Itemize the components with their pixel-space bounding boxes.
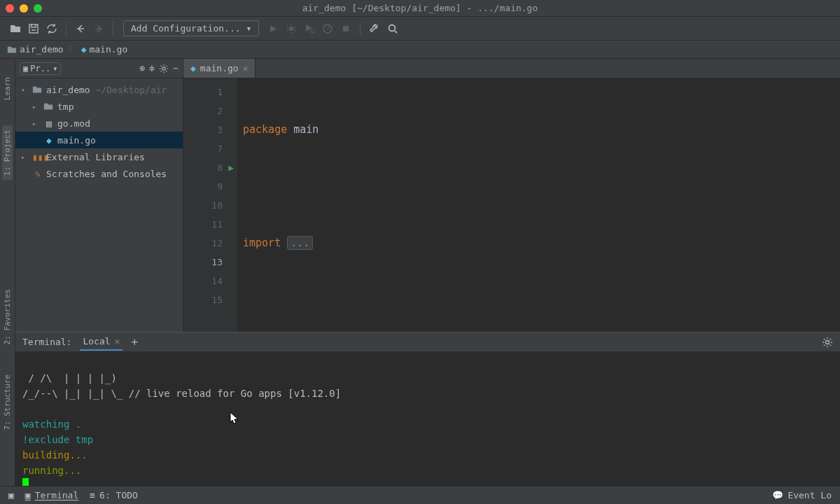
terminal-label: Terminal: <box>22 337 71 347</box>
svg-point-7 <box>826 340 830 344</box>
forward-icon[interactable] <box>90 20 107 37</box>
terminal-icon: ▣ <box>25 490 31 500</box>
event-log-icon: 💬 <box>772 490 783 500</box>
svg-point-5 <box>389 24 396 31</box>
tool-tab-favorites[interactable]: 2: Favorites <box>2 285 13 349</box>
go-file-icon: ◆ <box>190 63 196 74</box>
folder-icon <box>32 85 43 94</box>
locate-icon[interactable]: ⊕ <box>140 63 146 74</box>
main-toolbar: Add Configuration... ▾ <box>0 17 840 41</box>
editor-tab-maingo[interactable]: ◆ main.go × <box>183 59 255 78</box>
tool-window-square-icon[interactable]: ▣ <box>8 490 14 500</box>
tree-row-tmp[interactable]: ▸ tmp <box>15 98 183 115</box>
sync-icon[interactable] <box>43 20 60 37</box>
folder-icon <box>7 45 17 55</box>
terminal-output[interactable]: / /\ | | | |_) /_/--\ |_| |_| \_ // live… <box>15 352 840 486</box>
tree-row-root[interactable]: ▾ air_demo ~/Desktop/air <box>15 81 183 98</box>
breadcrumb-item-project[interactable]: air_demo <box>7 44 64 55</box>
go-file-icon: ◆ <box>81 44 87 55</box>
terminal-panel: Terminal: Local × + / /\ | | | |_) /_/--… <box>15 332 840 486</box>
tree-row-maingo[interactable]: ◆ main.go <box>15 132 183 148</box>
breadcrumb-separator-icon: 〉 <box>68 43 77 56</box>
tree-row-scratches[interactable]: ✎ Scratches and Consoles <box>15 165 183 182</box>
search-everywhere-icon[interactable] <box>384 20 401 37</box>
run-config-combo[interactable]: Add Configuration... ▾ <box>123 20 259 36</box>
terminal-cursor <box>22 478 29 486</box>
close-terminal-tab-icon[interactable]: × <box>115 336 120 346</box>
save-icon[interactable] <box>25 20 42 37</box>
left-tool-strip: Learn 1: Project 2: Favorites 7: Structu… <box>0 59 15 486</box>
tree-row-external-libs[interactable]: ▸ ▮▮▮ External Libraries <box>15 148 183 165</box>
go-file-icon: ◆ <box>43 135 55 146</box>
separator <box>113 22 113 36</box>
terminal-tabs: Terminal: Local × + <box>15 332 840 352</box>
profile-icon[interactable] <box>319 20 336 37</box>
svg-rect-0 <box>29 24 38 33</box>
status-terminal-button[interactable]: ▣ Terminal <box>25 490 78 500</box>
run-config-label: Add Configuration... <box>131 23 241 34</box>
back-icon[interactable] <box>72 20 89 37</box>
gear-icon[interactable] <box>159 64 169 74</box>
status-todo-button[interactable]: ≡ 6: TODO <box>90 490 138 500</box>
terminal-tab-local[interactable]: Local × <box>80 333 122 351</box>
status-event-log-button[interactable]: 💬 Event Lo <box>772 490 832 500</box>
status-bar: ▣ ▣ Terminal ≡ 6: TODO 💬 Event Lo <box>0 486 840 504</box>
title-bar: air_demo [~/Desktop/air_demo] - .../main… <box>0 0 840 17</box>
tree-row-gomod[interactable]: ▸ ▤ go.mod <box>15 115 183 132</box>
svg-point-1 <box>289 27 293 31</box>
tool-tab-learn[interactable]: Learn <box>2 73 13 104</box>
breadcrumb-label: main.go <box>89 44 127 55</box>
separator <box>66 22 66 36</box>
svg-rect-4 <box>343 26 349 31</box>
breadcrumb-bar: air_demo 〉 ◆ main.go <box>0 41 840 59</box>
stop-icon[interactable] <box>337 20 354 37</box>
run-icon[interactable] <box>265 20 281 37</box>
expand-icon[interactable]: ≑ <box>149 63 155 74</box>
todo-icon: ≡ <box>90 490 95 500</box>
breadcrumb-item-file[interactable]: ◆ main.go <box>81 44 128 55</box>
svg-point-6 <box>162 66 165 69</box>
editor-tabs: ◆ main.go × <box>183 59 840 78</box>
close-tab-icon[interactable]: × <box>243 63 248 74</box>
chevron-down-icon: ▾ <box>246 23 252 34</box>
folder-icon: ▣ <box>23 64 28 74</box>
tool-tab-structure[interactable]: 7: Structure <box>2 370 13 434</box>
chevron-down-icon: ▾ <box>52 64 57 74</box>
file-icon: ▤ <box>43 118 55 129</box>
add-terminal-tab-icon[interactable]: + <box>131 335 138 349</box>
library-icon: ▮▮▮ <box>32 152 43 162</box>
collapse-icon[interactable]: − <box>173 63 178 74</box>
folder-icon <box>43 102 55 111</box>
debug-icon[interactable] <box>283 20 300 37</box>
project-view-combo[interactable]: ▣ Pr.. ▾ <box>20 62 61 75</box>
breadcrumb-label: air_demo <box>20 44 64 55</box>
coverage-icon[interactable] <box>301 20 318 37</box>
tool-tab-project[interactable]: 1: Project <box>2 125 13 180</box>
build-icon[interactable] <box>366 20 383 37</box>
project-tree: ▾ air_demo ~/Desktop/air ▸ tmp ▸ ▤ go.mo… <box>15 78 183 185</box>
terminal-settings-icon[interactable] <box>822 337 833 348</box>
scratch-icon: ✎ <box>32 169 43 179</box>
open-icon[interactable] <box>7 20 24 37</box>
window-title: air_demo [~/Desktop/air_demo] - .../main… <box>0 3 840 13</box>
project-panel-header: ▣ Pr.. ▾ ⊕ ≑ − <box>15 59 183 78</box>
svg-rect-2 <box>312 30 314 33</box>
separator <box>360 22 360 36</box>
